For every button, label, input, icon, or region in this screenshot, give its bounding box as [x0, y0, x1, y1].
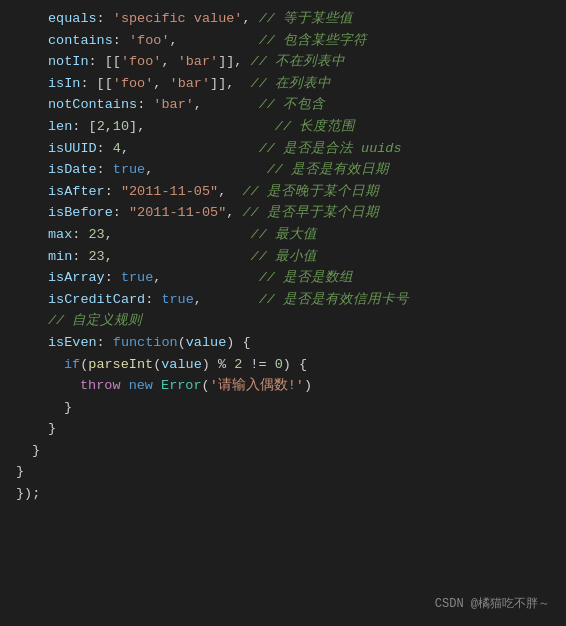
- code-line: len: [2,10], // 长度范围: [0, 116, 566, 138]
- code-line: notContains: 'bar', // 不包含: [0, 94, 566, 116]
- code-line: isIn: [['foo', 'bar']], // 在列表中: [0, 73, 566, 95]
- code-line: isCreditCard: true, // 是否是有效信用卡号: [0, 289, 566, 311]
- code-line: isUUID: 4, // 是否是合法 uuids: [0, 138, 566, 160]
- code-line: if(parseInt(value) % 2 != 0) {: [0, 354, 566, 376]
- code-line: isArray: true, // 是否是数组: [0, 267, 566, 289]
- code-line: // 自定义规则: [0, 310, 566, 332]
- code-line: isEven: function(value) {: [0, 332, 566, 354]
- code-line: notIn: [['foo', 'bar']], // 不在列表中: [0, 51, 566, 73]
- code-line: min: 23, // 最小值: [0, 246, 566, 268]
- code-block: equals: 'specific value', // 等于某些值contai…: [0, 0, 566, 626]
- code-line: equals: 'specific value', // 等于某些值: [0, 8, 566, 30]
- code-line: }: [0, 440, 566, 462]
- code-line: }: [0, 418, 566, 440]
- code-line: });: [0, 483, 566, 505]
- code-line: contains: 'foo', // 包含某些字符: [0, 30, 566, 52]
- code-line: isAfter: "2011-11-05", // 是否晚于某个日期: [0, 181, 566, 203]
- code-line: isBefore: "2011-11-05", // 是否早于某个日期: [0, 202, 566, 224]
- code-line: isDate: true, // 是否是有效日期: [0, 159, 566, 181]
- code-line: max: 23, // 最大值: [0, 224, 566, 246]
- code-line: }: [0, 397, 566, 419]
- code-line: throw new Error('请输入偶数!'): [0, 375, 566, 397]
- watermark: CSDN @橘猫吃不胖～: [435, 595, 550, 614]
- code-line: }: [0, 461, 566, 483]
